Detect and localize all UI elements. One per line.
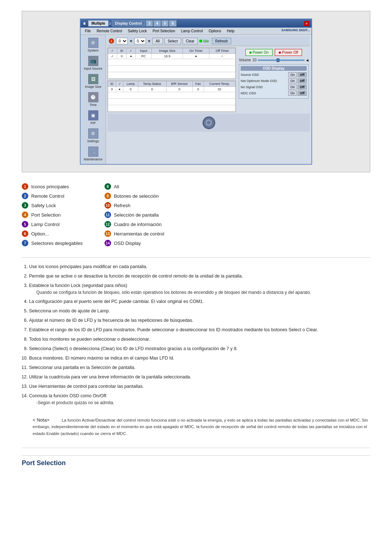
legend-text-2: Remote Control: [31, 193, 64, 199]
brand-label: SAMSUNG DIGIT...: [281, 28, 310, 34]
cell-curr-temp: 32: [204, 87, 235, 92]
menu-help[interactable]: Help: [224, 28, 237, 34]
cell-image-size: 16:9: [152, 54, 183, 59]
select-button[interactable]: Select: [164, 38, 181, 44]
power-off-dot: [279, 52, 281, 54]
osd-mdc-buttons: On Off: [288, 91, 307, 96]
legend-item-6: 6 Option...: [22, 230, 83, 237]
menu-file[interactable]: File: [82, 28, 94, 34]
power-off-label: Power Off: [282, 50, 298, 54]
power-on-button[interactable]: Power On: [245, 49, 273, 56]
instruction-14: Conmuta la función OSD como On/Off. -Seg…: [29, 392, 370, 406]
sidebar-item-time[interactable]: 🕐 Time: [81, 91, 105, 108]
legend-item-4: 4 Port Selection: [22, 212, 83, 218]
instruction-11: Seleccionar una pantalla en la Selección…: [29, 364, 370, 371]
legend-text-9: Botones de selección: [114, 193, 159, 199]
osd-no-signal-off[interactable]: Off: [298, 85, 307, 90]
refresh-button[interactable]: Refresh: [212, 38, 231, 44]
badge-5: 5: [22, 221, 28, 227]
col-check: ✓: [108, 48, 117, 54]
menu-options[interactable]: Options: [206, 28, 224, 34]
col-current-temp: Current Temp.: [204, 81, 235, 87]
legend-item-13: 13 Herramientas de control: [105, 230, 164, 237]
sidebar-item-system[interactable]: ⚙ System: [81, 36, 105, 54]
col-id: ID: [117, 48, 126, 54]
sidebar-item-settings[interactable]: ⚙ Settings: [81, 127, 105, 144]
table-row[interactable]: [108, 92, 236, 99]
instruction-1: Use los iconos principales para modifica…: [29, 263, 370, 270]
instruction-12: Utilizar la cuadrícula para ver una brev…: [29, 373, 370, 381]
osd-source-on[interactable]: On: [288, 72, 297, 77]
osd-source-label: Source OSD: [241, 73, 288, 77]
menu-lamp-control[interactable]: Lamp Control: [178, 28, 206, 34]
sidebar-item-image-size[interactable]: 🖼 Image Size: [81, 73, 105, 90]
table-row[interactable]: [108, 99, 236, 105]
osd-source-off[interactable]: Off: [298, 72, 307, 77]
id-select-1[interactable]: 0: [116, 38, 128, 44]
power-off-button[interactable]: Power Off: [275, 49, 302, 56]
osd-no-signal-on[interactable]: On: [288, 85, 297, 90]
badge-1: 1: [22, 183, 28, 190]
volume-row: Volume 10 ◀: [239, 57, 309, 63]
col-on-timer: On Timer: [183, 48, 209, 54]
cell-fan: 0: [192, 87, 204, 92]
id-select-2[interactable]: 0: [134, 38, 146, 44]
clear-button[interactable]: Clear: [183, 38, 198, 44]
maintenance-icon: 🔧: [88, 147, 98, 157]
legend-col-left: 1 Iconos principales 2 Remote Control 3 …: [22, 183, 83, 246]
divider-1: [22, 257, 370, 258]
legend-item-10: 10 Refresh: [105, 202, 164, 209]
cell-bvr: 0: [166, 87, 192, 92]
badge-6: 6: [22, 230, 28, 237]
osd-not-optimum-buttons: On Off: [288, 78, 307, 83]
instruction-9: Selecciona (Select) o deselecciona (Clea…: [29, 345, 370, 352]
instruction-5: Selecciona un modo de ajuste de Lamp.: [29, 307, 370, 315]
legend-item-1: 1 Iconos principales: [22, 183, 83, 190]
divider-2: [22, 448, 370, 448]
legend-text-1: Iconos principales: [31, 184, 69, 189]
table-row[interactable]: [108, 72, 236, 79]
cell-input: PC: [135, 54, 152, 59]
instruction-3: Establece la función Lock (seguridad par…: [29, 282, 370, 296]
table-row[interactable]: ✓ 0 ● PC 16:9 ● ○: [108, 54, 236, 59]
sidebar-label-input-source: Input Source: [84, 67, 102, 70]
badge-11: 11: [105, 212, 111, 218]
all-button[interactable]: All: [152, 38, 163, 44]
badge-2: 2: [22, 193, 28, 199]
menu-port-selection[interactable]: Port Selection: [150, 28, 178, 34]
osd-mdc-off[interactable]: Off: [298, 91, 307, 96]
tab-display-control[interactable]: Display Control: [112, 20, 145, 26]
sidebar-item-input-source[interactable]: 📺 Input Source: [81, 54, 105, 72]
table-row[interactable]: [108, 66, 236, 72]
settings-icon: ⚙: [88, 128, 98, 139]
table-row[interactable]: 0 ● 0 0 0 0 32: [108, 87, 236, 92]
close-button[interactable]: ✕: [304, 21, 309, 26]
instruction-14-sub: -Según el producto quizás no se admita.: [36, 399, 370, 406]
title-bar-tabs: 🖥 Multiple 2 Display Control 3 4 5 6: [83, 20, 176, 26]
legend-text-12: Cuadro de información: [114, 222, 162, 227]
volume-value: 10: [252, 58, 256, 62]
sidebar-label-image-size: Image Size: [85, 85, 101, 89]
osd-not-optimum-on[interactable]: On: [288, 78, 297, 83]
col-fan: Fan: [192, 81, 204, 87]
sidebar-item-maintenance[interactable]: 🔧 Maintenance: [81, 145, 105, 163]
cell-temp-status: 0: [138, 87, 166, 92]
power-circle[interactable]: [203, 116, 215, 129]
menu-safety-lock[interactable]: Safety Lock: [125, 28, 150, 34]
table-row[interactable]: [108, 105, 236, 112]
badge-3: 3: [22, 202, 28, 209]
col-input: Input: [135, 48, 152, 54]
tab-multiple[interactable]: Multiple: [88, 20, 109, 26]
legend-text-7: Selectores desplegables: [31, 241, 83, 246]
table-row[interactable]: [108, 59, 236, 66]
osd-mdc-on[interactable]: On: [288, 91, 297, 96]
osd-not-optimum-off[interactable]: Off: [298, 78, 307, 83]
upper-table-section: ✓ ID ✓ Input Image Size On Timer Off Tim…: [107, 48, 236, 79]
sidebar-item-pip[interactable]: ▣ PIP: [81, 109, 105, 126]
sidebar-label-time: Time: [90, 103, 97, 107]
volume-slider[interactable]: [258, 59, 305, 61]
badge-4: 4: [22, 212, 28, 218]
app-body: ⚙ System 📺 Input Source 🖼 Image Size 🕐 T…: [81, 35, 311, 164]
badge-7: 7: [22, 240, 28, 246]
menu-remote-control[interactable]: Remote Control: [94, 28, 125, 34]
